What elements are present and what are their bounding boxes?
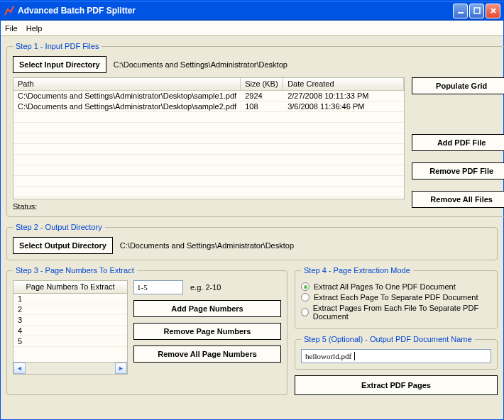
content-area: Step 1 - Input PDF Files Select Input Di… (1, 36, 503, 419)
radio-icon[interactable] (301, 282, 309, 291)
extract-pdf-pages-button[interactable]: Extract PDF Pages (295, 375, 498, 395)
remove-all-files-button[interactable]: Remove All Files (412, 191, 504, 208)
list-item[interactable]: 2 (13, 304, 127, 315)
list-item[interactable]: 1 (13, 294, 127, 304)
grid-rows: C:\Documents and Settings\Administrator\… (13, 91, 404, 197)
populate-grid-button[interactable]: Populate Grid (412, 77, 504, 94)
list-item[interactable]: 5 (13, 336, 127, 347)
remove-page-numbers-button[interactable]: Remove Page Numbers (133, 323, 281, 340)
radio-option-1[interactable]: Extract All Pages To One PDF Document (301, 282, 491, 291)
col-path-header[interactable]: Path (13, 78, 241, 90)
radio-icon[interactable] (301, 293, 309, 302)
col-size-header[interactable]: Size (KB) (241, 78, 283, 90)
step4-group: Step 4 - Page Extraction Mode Extract Al… (295, 266, 498, 329)
add-page-numbers-button[interactable]: Add Page Numbers (133, 300, 281, 317)
radio-icon[interactable] (301, 308, 309, 316)
scroll-right-icon[interactable]: ► (115, 363, 127, 374)
step2-legend: Step 2 - Output Directory (13, 223, 105, 231)
remove-all-page-numbers-button[interactable]: Remove All Page Numbers (133, 346, 281, 363)
step3-legend: Step 3 - Page Numbers To Extract (13, 266, 137, 275)
input-directory-path: C:\Documents and Settings\Administrator\… (114, 60, 287, 69)
step1-legend: Step 1 - Input PDF Files (13, 42, 102, 50)
page-list-header[interactable]: Page Numbers To Extract (13, 280, 128, 293)
scroll-left-icon[interactable]: ◄ (13, 363, 26, 374)
app-icon (4, 5, 15, 16)
grid-header: Path Size (KB) Date Created (13, 78, 404, 91)
status-label: Status: (13, 202, 405, 211)
col-date-header[interactable]: Date Created (283, 78, 404, 90)
remove-pdf-file-button[interactable]: Remove PDF File (412, 162, 504, 179)
menu-file[interactable]: File (5, 24, 18, 33)
app-window: Advanced Batch PDF Splitter File Help St… (0, 0, 504, 420)
step3-group: Step 3 - Page Numbers To Extract Page Nu… (6, 266, 287, 395)
maximize-button[interactable] (469, 4, 484, 18)
radio-option-3[interactable]: Extract Pages From Each File To Separate… (301, 304, 491, 321)
titlebar: Advanced Batch PDF Splitter (1, 1, 503, 21)
step4-legend: Step 4 - Page Extraction Mode (301, 266, 413, 275)
close-button[interactable] (486, 4, 500, 18)
step1-group: Step 1 - Input PDF Files Select Input Di… (6, 42, 504, 217)
table-row[interactable]: C:\Documents and Settings\Administrator\… (13, 101, 404, 112)
radio-option-2[interactable]: Extract Each Page To Separate PDF Docume… (301, 293, 491, 302)
menubar: File Help (1, 21, 503, 36)
add-pdf-file-button[interactable]: Add PDF File (412, 134, 504, 151)
step5-legend: Step 5 (Optional) - Output PDF Document … (301, 335, 475, 343)
svg-rect-0 (458, 12, 464, 13)
output-directory-path: C:\Documents and Settings\Administrator\… (120, 241, 294, 250)
text-cursor (354, 352, 355, 360)
step2-group: Step 2 - Output Directory Select Output … (6, 223, 498, 260)
page-numbers-listbox[interactable]: 1 2 3 4 5 (13, 293, 128, 363)
page-range-hint: e.g. 2-10 (190, 283, 221, 292)
files-grid[interactable]: Path Size (KB) Date Created C:\Documents… (13, 77, 405, 199)
window-controls (453, 4, 500, 18)
page-range-input[interactable] (133, 280, 183, 294)
step5-group: Step 5 (Optional) - Output PDF Document … (295, 335, 498, 370)
table-row[interactable]: C:\Documents and Settings\Administrator\… (13, 91, 404, 101)
horizontal-scrollbar[interactable]: ◄ ► (13, 363, 128, 375)
output-filename-input[interactable] (301, 349, 491, 363)
window-title: Advanced Batch PDF Splitter (18, 6, 453, 16)
list-item[interactable]: 4 (13, 326, 127, 336)
select-output-directory-button[interactable]: Select Output Directory (13, 237, 113, 254)
menu-help[interactable]: Help (26, 24, 43, 33)
svg-rect-1 (474, 8, 480, 13)
list-item[interactable]: 3 (13, 315, 127, 326)
minimize-button[interactable] (453, 4, 468, 18)
select-input-directory-button[interactable]: Select Input Directory (13, 56, 106, 73)
